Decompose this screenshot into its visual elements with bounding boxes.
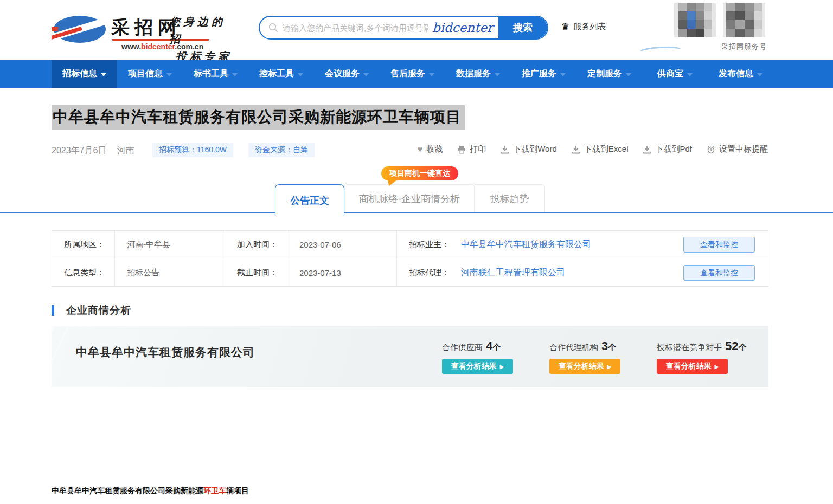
- arrow-right-icon: ▶: [500, 364, 504, 370]
- page-title: 中牟县牟中汽车租赁服务有限公司采购新能源环卫车辆项目: [52, 105, 465, 130]
- view-analysis-competitors-button[interactable]: 查看分析结果▶: [657, 359, 728, 374]
- nav-item-bidding-info[interactable]: 招标信息: [52, 60, 117, 88]
- tab-announcement-body[interactable]: 公告正文: [275, 184, 344, 216]
- stat-potential-competitors: 投标潜在竞争对手52个 查看分析结果▶: [657, 339, 760, 374]
- promo-tooltip: 项目商机一键直达: [381, 166, 458, 180]
- deadline-value: 2023-07-13: [287, 259, 397, 286]
- search-button[interactable]: 搜索: [498, 16, 547, 40]
- owner-label: 招标业主：: [397, 240, 461, 250]
- award-alert-button[interactable]: 设置中标提醒: [707, 144, 768, 154]
- nav-item-promotion-service[interactable]: 推广服务: [511, 60, 576, 88]
- table-row: 信息类型： 招标公告 截止时间： 2023-07-13 招标代理： 河南联仁工程…: [52, 259, 768, 286]
- favorite-button[interactable]: ♥ 收藏: [418, 144, 443, 154]
- analysis-section-header: 企业商情分析: [52, 303, 131, 318]
- chevron-down-icon: [298, 73, 303, 76]
- join-time-label: 加入时间：: [225, 231, 287, 259]
- agent-cell: 招标代理： 河南联仁工程管理有限公司 查看和监控: [397, 259, 768, 286]
- search-bar: bidcenter 搜索: [259, 16, 548, 40]
- view-analysis-agencies-button[interactable]: 查看分析结果▶: [549, 359, 620, 374]
- chevron-down-icon: [363, 73, 369, 76]
- chevron-down-icon: [232, 73, 238, 76]
- chevron-down-icon: [495, 73, 500, 76]
- funding-source-badge: 资金来源：自筹: [248, 143, 315, 157]
- nav-item-conference-service[interactable]: 会议服务: [314, 60, 380, 88]
- section-accent-bar: [52, 305, 54, 316]
- owner-cell: 招标业主： 中牟县牟中汽车租赁服务有限公司 查看和监控: [397, 231, 768, 259]
- printer-icon: [457, 145, 466, 154]
- section-title: 企业商情分析: [66, 303, 131, 318]
- deadline-label: 截止时间：: [225, 259, 287, 286]
- chevron-down-icon: [560, 73, 566, 76]
- service-list-menu[interactable]: ♛ 服务列表: [561, 22, 606, 32]
- nav-item-data-service[interactable]: 数据服务: [445, 60, 511, 88]
- main-nav: 招标信息 项目信息 标书工具 控标工具 会议服务 售后服务 数据服务 推广服务 …: [0, 60, 833, 88]
- arrow-right-icon: ▶: [607, 364, 612, 370]
- chevron-down-icon: [757, 73, 762, 76]
- alarm-clock-icon: [707, 145, 715, 154]
- nav-item-custom-service[interactable]: 定制服务: [576, 60, 642, 88]
- qr-caption: 采招网服务号: [721, 42, 767, 51]
- tab-business-analysis[interactable]: 商机脉络-企业商情分析: [344, 184, 475, 212]
- publish-date: 2023年7月6日: [52, 145, 106, 157]
- agent-label: 招标代理：: [397, 268, 461, 278]
- chevron-down-icon: [687, 73, 693, 76]
- chevron-down-icon: [101, 73, 106, 76]
- download-pdf-button[interactable]: 下载到Pdf: [643, 144, 692, 154]
- search-watermark: bidcenter: [432, 21, 493, 35]
- bidcenter-logo-icon[interactable]: [52, 14, 108, 46]
- nav-item-supplier-treasure[interactable]: 供商宝: [642, 60, 708, 88]
- action-toolbar: ♥ 收藏 打印 下载到Word 下载到Excel 下载到Pdf: [418, 144, 768, 154]
- search-input[interactable]: [278, 23, 432, 33]
- view-analysis-suppliers-button[interactable]: 查看分析结果▶: [442, 359, 513, 374]
- budget-badge: 招标预算：1160.0W: [152, 143, 233, 157]
- arrow-right-icon: ▶: [715, 364, 719, 370]
- chevron-down-icon: [429, 73, 434, 76]
- monitor-owner-button[interactable]: 查看和监控: [683, 237, 755, 253]
- qr-code-placeholder-service: [723, 3, 765, 37]
- print-button[interactable]: 打印: [457, 144, 486, 154]
- info-type-label: 信息类型：: [52, 259, 115, 286]
- nav-item-after-sale-service[interactable]: 售后服务: [380, 60, 445, 88]
- qr-code-placeholder-app: [674, 3, 716, 37]
- tab-bidding-trend[interactable]: 投标趋势: [475, 184, 545, 212]
- nav-item-project-info[interactable]: 项目信息: [117, 60, 183, 88]
- province: 河南: [117, 145, 134, 157]
- stat-cooperating-suppliers: 合作供应商4个 查看分析结果▶: [442, 339, 545, 374]
- stat-cooperating-agencies: 合作代理机构3个 查看分析结果▶: [549, 339, 652, 374]
- chevron-down-icon: [166, 73, 172, 76]
- download-icon: [572, 145, 580, 154]
- analyzed-company-name: 中牟县牟中汽车租赁服务有限公司: [76, 345, 255, 360]
- download-icon: [501, 145, 509, 154]
- analysis-card: 中牟县牟中汽车租赁服务有限公司 合作供应商4个 查看分析结果▶ 合作代理机构3个…: [52, 326, 768, 387]
- download-icon: [643, 145, 651, 154]
- nav-item-bid-control-tools[interactable]: 控标工具: [248, 60, 314, 88]
- heart-icon: ♥: [418, 145, 423, 154]
- announcement-body-title: 中牟县牟中汽车租赁服务有限公司采购新能源环卫车辆项目: [52, 486, 249, 496]
- join-time-value: 2023-07-06: [287, 231, 397, 259]
- decorative-arc: [638, 46, 684, 57]
- download-word-button[interactable]: 下载到Word: [501, 144, 557, 154]
- agent-company-link[interactable]: 河南联仁工程管理有限公司: [461, 267, 565, 279]
- table-row: 所属地区： 河南-中牟县 加入时间： 2023-07-06 招标业主： 中牟县牟…: [52, 231, 768, 259]
- crown-icon: ♛: [561, 22, 569, 31]
- info-type-value: 招标公告: [115, 259, 225, 286]
- region-value: 河南-中牟县: [115, 231, 225, 259]
- chevron-down-icon: [626, 73, 631, 76]
- site-header: 采招网 www.bidcenter.com.cn 您身边的招 投标专家 bidc…: [0, 0, 833, 60]
- nav-item-bid-doc-tools[interactable]: 标书工具: [183, 60, 248, 88]
- owner-company-link[interactable]: 中牟县牟中汽车租赁服务有限公司: [461, 239, 591, 250]
- region-label: 所属地区：: [52, 231, 115, 259]
- download-excel-button[interactable]: 下载到Excel: [572, 144, 629, 154]
- project-info-table: 所属地区： 河南-中牟县 加入时间： 2023-07-06 招标业主： 中牟县牟…: [52, 230, 768, 287]
- monitor-agent-button[interactable]: 查看和监控: [683, 265, 755, 281]
- tab-bar: 公告正文 商机脉络-企业商情分析 投标趋势: [0, 184, 833, 213]
- search-icon: [268, 23, 278, 33]
- slogan: 您身边的招 投标专家: [169, 13, 234, 65]
- nav-item-publish-info[interactable]: 发布信息: [708, 60, 773, 88]
- service-list-label: 服务列表: [573, 22, 606, 32]
